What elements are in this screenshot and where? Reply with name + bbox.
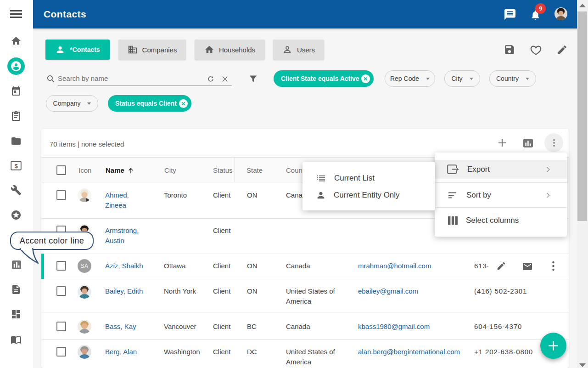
svg-text:$: $ <box>14 163 18 170</box>
